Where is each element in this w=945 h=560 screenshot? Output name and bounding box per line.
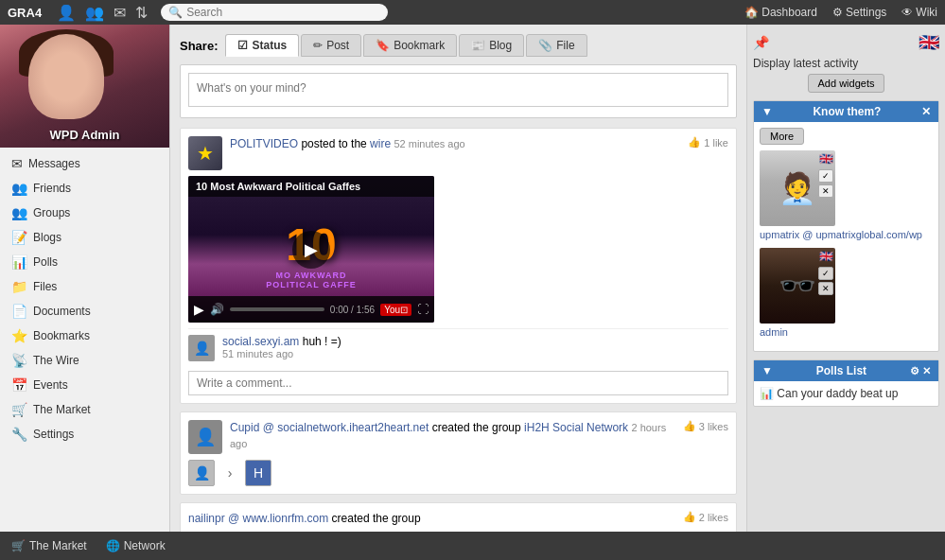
blogs-icon: 📝: [11, 230, 27, 245]
user-name: WPD Admin: [50, 128, 120, 142]
activity-action: posted to the: [301, 137, 370, 150]
sidebar-item-files[interactable]: 📁 Files: [0, 274, 169, 299]
know-them-title: ▼ Know them? ✕: [754, 101, 938, 122]
tab-post[interactable]: ✏ Post: [301, 34, 361, 57]
group-activity-text: Cupid @ socialnetwork.iheart2heart.net c…: [230, 420, 675, 452]
more-button[interactable]: More: [760, 128, 804, 145]
person-actions-2: ✓ ✕: [818, 267, 833, 295]
play-button[interactable]: ▶: [194, 302, 204, 317]
video-progress-bar[interactable]: [230, 307, 324, 311]
activity-avatar-politvideo: [188, 136, 222, 170]
group-activity2-text: nailinpr @ www.lionrfm.com created the g…: [188, 511, 675, 527]
wire-icon: 📡: [11, 353, 27, 368]
sidebar-item-bookmarks[interactable]: ⭐ Bookmarks: [0, 324, 169, 348]
group-name-link[interactable]: iH2H Social Network: [524, 421, 628, 434]
video-embed[interactable]: 10 Most Awkward Political Gaffes 10 MO A…: [188, 176, 434, 323]
sidebar-item-settings[interactable]: 🔧 Settings: [0, 422, 169, 446]
files-icon: 📁: [11, 279, 27, 294]
comment-user-link[interactable]: social.sexyi.am: [222, 335, 299, 348]
content-area: Share: ☑ Status ✏ Post 🔖 Bookmark 📰 Blog: [170, 25, 746, 560]
sidebar-item-messages[interactable]: ✉ Messages: [0, 151, 169, 176]
group-activity-avatar: 👤: [188, 420, 222, 454]
like-count: 👍 1 like: [688, 136, 728, 149]
tab-bookmark[interactable]: 🔖 Bookmark: [363, 34, 457, 57]
user-profile: WPD Admin: [0, 25, 169, 148]
close-widget-button[interactable]: ✕: [921, 105, 931, 118]
user-icon[interactable]: 👤: [57, 4, 76, 22]
comment-item: 👤 social.sexyi.am huh ! =) 51 minutes ag…: [188, 328, 728, 367]
bookmark-tab-icon: 🔖: [376, 39, 390, 52]
person-card-2: 🕶️ 🇬🇧 ✓ ✕ admin: [760, 248, 933, 338]
person-x-button[interactable]: ✕: [818, 184, 833, 198]
activity-icon[interactable]: ⇅: [135, 4, 148, 22]
settings-link[interactable]: ⚙ Settings: [832, 6, 886, 19]
widget-header: 📌 🇬🇧: [753, 30, 939, 57]
comment-text: social.sexyi.am huh ! =) 51 minutes ago: [222, 335, 728, 359]
sidebar-item-documents[interactable]: 📄 Documents: [0, 299, 169, 324]
group2-user-link[interactable]: nailinpr @ www.lionrfm.com: [188, 512, 328, 525]
group-activity2-header: nailinpr @ www.lionrfm.com created the g…: [188, 511, 728, 527]
sidebar-item-groups[interactable]: 👥 Groups: [0, 201, 169, 225]
know-them-body: More 🧑‍💼 🇬🇧 ✓ ✕ upmatrix @ upmatrixgloba…: [754, 122, 938, 351]
post-tab-icon: ✏: [313, 39, 323, 52]
polls-header: ▼ Polls List ⚙ ✕: [754, 360, 938, 381]
volume-button[interactable]: 🔊: [210, 303, 224, 316]
whats-on-mind-input[interactable]: [188, 73, 728, 107]
main-layout: WPD Admin ✉ Messages 👥 Friends 👥 Groups …: [0, 25, 945, 560]
search-input[interactable]: [186, 6, 380, 19]
documents-icon: 📄: [11, 304, 27, 319]
settings-nav-icon: ⚙: [832, 6, 843, 19]
bottom-market[interactable]: 🛒 The Market: [11, 539, 87, 552]
person-flag-2: 🇬🇧: [819, 250, 833, 263]
sidebar-item-friends[interactable]: 👥 Friends: [0, 176, 169, 201]
play-overlay[interactable]: ▶: [292, 231, 330, 269]
blog-tab-icon: 📰: [471, 39, 485, 52]
person-photo-1: 🧑‍💼 🇬🇧 ✓ ✕: [760, 150, 835, 226]
person-photo-2: 🕶️ 🇬🇧 ✓ ✕: [760, 248, 835, 324]
group2-like-count: 👍 2 likes: [683, 511, 728, 523]
bottom-network[interactable]: 🌐 Network: [106, 539, 166, 552]
group-activity-header: 👤 Cupid @ socialnetwork.iheart2heart.net…: [188, 420, 728, 454]
wiki-link[interactable]: 👁 Wiki: [901, 6, 937, 19]
share-bar: Share: ☑ Status ✏ Post 🔖 Bookmark 📰 Blog: [180, 34, 737, 57]
activity-time: 52 minutes ago: [394, 138, 464, 149]
person2-check-button[interactable]: ✓: [818, 267, 833, 280]
sidebar-item-wire[interactable]: 📡 The Wire: [0, 348, 169, 373]
person-card-1: 🧑‍💼 🇬🇧 ✓ ✕ upmatrix @ upmatrixglobal.com…: [760, 150, 933, 240]
polls-widget: ▼ Polls List ⚙ ✕ 📊 Can your daddy beat u…: [753, 359, 939, 407]
sidebar-item-events[interactable]: 📅 Events: [0, 373, 169, 397]
people-icon[interactable]: 👥: [85, 4, 104, 22]
activity-wire-link[interactable]: wire: [370, 137, 391, 150]
activity-text: POLITVIDEO posted to the wire 52 minutes…: [230, 136, 680, 152]
sidebar-item-blogs[interactable]: 📝 Blogs: [0, 225, 169, 250]
add-widgets-button[interactable]: Add widgets: [808, 74, 885, 93]
fullscreen-button[interactable]: ⛶: [417, 303, 429, 316]
video-title: 10 Most Awkward Political Gaffes: [188, 176, 434, 197]
comment-input[interactable]: [188, 371, 728, 395]
post-box: [180, 64, 737, 118]
group-avatar-1: 👤: [188, 460, 215, 486]
tab-status[interactable]: ☑ Status: [225, 34, 299, 57]
comment-avatar: 👤: [188, 335, 215, 361]
tab-file[interactable]: 📎 File: [526, 34, 586, 57]
pin-icon: 📌: [753, 35, 769, 50]
sidebar-item-polls[interactable]: 📊 Polls: [0, 250, 169, 274]
dashboard-link[interactable]: 🏠 Dashboard: [744, 6, 817, 19]
person2-x-button[interactable]: ✕: [818, 282, 833, 295]
market-icon: 🛒: [11, 402, 27, 417]
know-them-widget: ▼ Know them? ✕ More 🧑‍💼 🇬🇧 ✓ ✕: [753, 100, 939, 352]
person-name-2: admin: [760, 326, 933, 338]
activity-user-link[interactable]: POLITVIDEO: [230, 137, 298, 150]
youtube-logo: You⊡: [380, 304, 411, 316]
friends-icon: 👥: [11, 181, 27, 196]
sidebar-item-market[interactable]: 🛒 The Market: [0, 397, 169, 422]
polls-gear-icon[interactable]: ⚙ ✕: [910, 365, 931, 377]
person-check-button[interactable]: ✓: [818, 169, 833, 183]
messages-icon[interactable]: ✉: [114, 4, 126, 22]
group-like-count: 👍 3 likes: [683, 420, 728, 432]
group-user-link[interactable]: Cupid @ socialnetwork.iheart2heart.net: [230, 421, 429, 434]
tab-blog[interactable]: 📰 Blog: [459, 34, 524, 57]
activity-item: POLITVIDEO posted to the wire 52 minutes…: [180, 128, 737, 404]
bottom-bar: 🛒 The Market 🌐 Network: [0, 532, 945, 560]
site-name: GRA4: [8, 6, 42, 20]
